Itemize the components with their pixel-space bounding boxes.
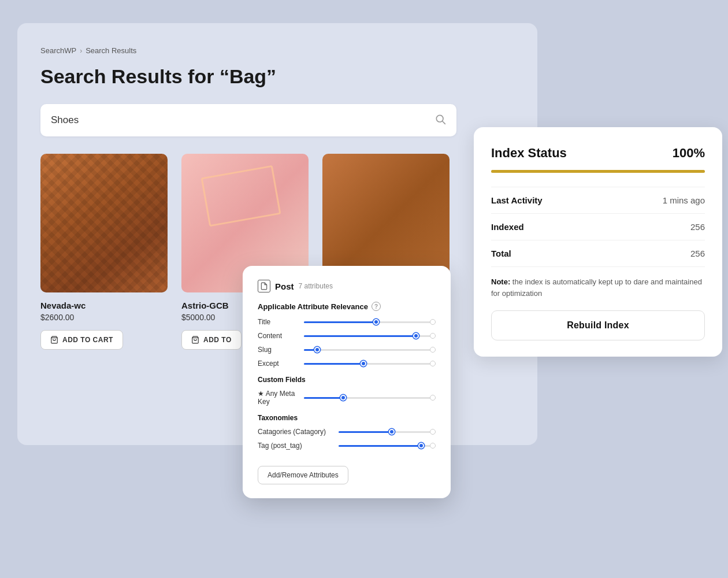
slider-track[interactable] [304,321,436,323]
indexed-value: 256 [690,222,705,232]
attr-row-title: Title [258,318,436,326]
search-input[interactable] [51,114,434,126]
attr-row-categories: Catagories (Catagory) [258,428,436,436]
index-row-indexed: Indexed 256 [491,214,705,240]
index-title: Index Status [491,146,567,161]
add-to-cart-button[interactable]: ADD TO CART [40,330,123,350]
breadcrumb-separator: › [80,47,82,55]
breadcrumb-parent[interactable]: SearchWP [40,46,76,55]
add-to-cart-button[interactable]: ADD TO [181,330,242,350]
product-image [40,154,168,292]
slider-track[interactable] [304,335,436,337]
last-activity-label: Last Activity [491,195,543,205]
attr-name: Catagories (Catagory) [258,428,333,436]
section-title: Applicable Attribute Relevance ? [258,302,436,311]
total-label: Total [491,249,511,258]
product-name: Nevada-wc [40,301,168,310]
progress-bar-wrap [491,170,705,173]
slider-track[interactable] [339,445,436,447]
slider-track[interactable] [304,349,436,351]
add-to-cart-label: ADD TO [203,336,232,344]
progress-bar-fill [491,170,705,173]
attr-name: Title [258,318,298,326]
attr-row-tag: Tag (post_tag) [258,442,436,450]
index-header: Index Status 100% [491,146,705,161]
attribute-relevance-popup: Post 7 attributes Applicable Attribute R… [243,266,451,498]
help-icon[interactable]: ? [372,302,381,311]
attr-count: 7 attributes [299,282,333,290]
attr-row-content: Content [258,332,436,340]
product-price: $2600.00 [40,313,168,322]
index-percentage: 100% [673,146,705,161]
attr-row-meta: ★ Any Meta Key [258,390,436,406]
search-icon [434,113,446,128]
note-bold: Note: [491,277,510,286]
custom-fields-title: Custom Fields [258,376,436,384]
slider-track[interactable] [339,431,436,433]
index-row-last-activity: Last Activity 1 mins ago [491,187,705,214]
rebuild-index-button[interactable]: Rebuild Index [491,310,705,340]
breadcrumb-current: Search Results [86,46,136,55]
slider-track[interactable] [304,363,436,365]
attr-row-except: Except [258,360,436,368]
add-remove-attributes-button[interactable]: Add/Remove Attributes [258,466,348,484]
section-title-text: Applicable Attribute Relevance [258,302,368,311]
post-icon [258,280,270,292]
taxonomies-title: Taxonomies [258,414,436,422]
last-activity-value: 1 mins ago [663,195,705,205]
index-status-panel: Index Status 100% Last Activity 1 mins a… [474,127,722,357]
search-bar [40,104,456,136]
page-title: Search Results for “Bag” [40,65,514,88]
breadcrumb: SearchWP › Search Results [40,46,514,55]
product-card: Nevada-wc $2600.00 ADD TO CART [40,154,168,350]
attr-name: Except [258,360,298,368]
total-value: 256 [690,249,705,258]
attr-row-slug: Slug [258,346,436,354]
index-note: Note: the index is automatically kept up… [491,276,705,299]
svg-line-1 [443,121,445,124]
add-to-cart-label: ADD TO CART [62,336,113,344]
popup-header: Post 7 attributes [258,280,436,292]
attr-name: Content [258,332,298,340]
index-rows: Last Activity 1 mins ago Indexed 256 Tot… [491,187,705,267]
post-label: Post [275,281,294,291]
note-text: the index is automatically kept up to da… [491,277,702,298]
attr-name: Slug [258,346,298,354]
slider-track[interactable] [304,397,436,399]
attr-name: ★ Any Meta Key [258,390,298,406]
indexed-label: Indexed [491,222,524,232]
attr-name: Tag (post_tag) [258,442,333,450]
index-row-total: Total 256 [491,240,705,267]
